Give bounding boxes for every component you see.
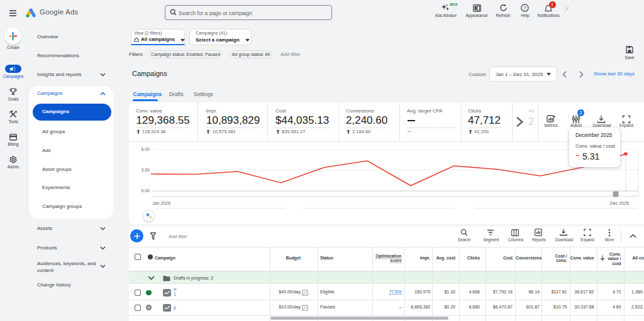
svg-text:?: ?	[523, 5, 526, 11]
